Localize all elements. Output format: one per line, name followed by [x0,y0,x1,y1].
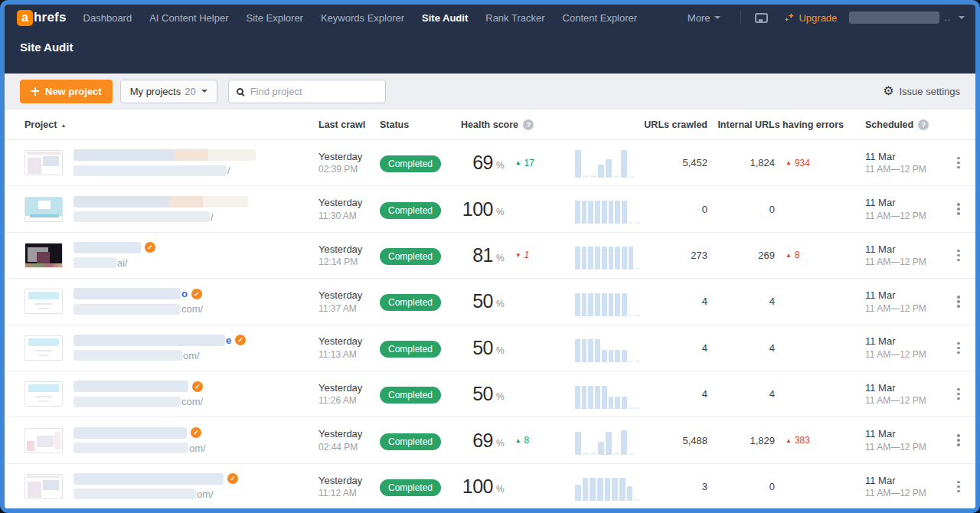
last-crawl-time: 12:14 PM [318,256,372,268]
scheduled-time: 11 AM—12 PM [865,394,943,407]
help-icon[interactable]: ? [918,119,929,130]
project-cell[interactable]: ✓ om/ [74,426,309,455]
row-menu-button[interactable] [943,339,974,358]
nav-item-ai-content-helper[interactable]: AI Content Helper [149,12,228,24]
table-row[interactable]: ✓ com/ Yesterday 11:26 AM Completed 50 %… [5,371,975,417]
row-menu-button[interactable] [943,154,974,172]
health-score-unit: % [496,299,505,309]
last-crawl-time: 02:39 PM [318,163,372,175]
row-menu-button[interactable] [943,247,974,265]
scheduled-date: 11 Mar [865,335,943,348]
project-url-suffix: com/ [181,396,203,407]
errors-value: 4 [707,342,775,354]
nav-item-site-explorer[interactable]: Site Explorer [247,12,303,24]
ahrefs-logo-text: hrefs [34,10,67,25]
scheduled-time: 11 AM—12 PM [865,441,943,453]
last-crawl-cell: Yesterday 11:13 AM [309,335,372,361]
project-cell[interactable]: / [74,195,309,224]
urls-crawled-value: 4 [640,296,707,307]
project-thumbnail[interactable] [24,335,74,361]
project-thumbnail[interactable] [24,243,74,268]
health-history-chart [575,287,640,316]
scheduled-cell: 11 Mar 11 AM—12 PM [844,381,943,407]
status-badge: Completed [380,202,441,219]
project-thumbnail[interactable] [24,289,74,314]
projects-table-body: / Yesterday 02:39 PM Completed 69 % ▲17 … [5,140,975,510]
health-score-value: 69 [461,152,493,174]
column-header-status[interactable]: Status [372,119,449,130]
project-url-suffix: om/ [189,443,206,454]
scheduled-date: 11 Mar [865,150,943,164]
column-header-project[interactable]: Project ▲ [24,119,309,130]
more-menu[interactable]: More [688,12,721,24]
nav-item-keywords-explorer[interactable]: Keywords Explorer [321,12,404,24]
row-menu-button[interactable] [943,478,974,496]
chevron-down-icon [201,90,207,96]
project-url-redacted [74,443,188,453]
project-url-redacted [74,165,227,176]
project-url-suffix: om/ [197,488,214,500]
project-url-redacted [74,350,182,361]
my-projects-dropdown[interactable]: My projects 20 [120,80,217,103]
nav-item-rank-tracker[interactable]: Rank Tracker [485,12,544,24]
top-navbar: a hrefs DashboardAI Content HelperSite E… [5,5,975,31]
gear-icon: ⚙ [883,85,893,97]
table-row[interactable]: ✓ ai/ Yesterday 12:14 PM Completed 81 % … [5,233,975,279]
table-row[interactable]: e ✓ om/ Yesterday 11:13 AM Completed 50 … [5,325,975,371]
table-row[interactable]: o ✓ com/ Yesterday 11:37 AM Completed 50… [5,279,975,325]
nav-item-content-explorer[interactable]: Content Explorer [563,12,638,24]
errors-value: 0 [707,481,775,492]
ahrefs-logo[interactable]: a hrefs [17,10,67,26]
project-cell[interactable]: ✓ com/ [74,380,309,408]
column-header-errors[interactable]: Internal URLs having errors [707,119,844,130]
table-row[interactable]: / Yesterday 02:39 PM Completed 69 % ▲17 … [5,140,975,186]
row-menu-button[interactable] [943,385,974,404]
find-project-input[interactable] [250,86,377,97]
project-cell[interactable]: e ✓ om/ [74,334,309,362]
scheduled-time: 11 AM—12 PM [865,487,943,499]
health-score-value: 69 [461,430,493,452]
row-menu-button[interactable] [943,292,974,311]
column-header-last-crawl[interactable]: Last crawl [309,119,372,130]
account-menu[interactable]: .. [849,11,965,24]
health-history-cell [564,472,640,501]
upgrade-button[interactable]: Upgrade [783,12,837,24]
table-row[interactable]: ✓ om/ Yesterday 11:12 AM Completed 100 %… [5,464,975,510]
project-url-suffix: om/ [183,350,200,361]
health-score-cell: 50 % [449,383,564,405]
project-url-redacted [74,211,210,222]
project-url-redacted [74,304,181,315]
nav-item-site-audit[interactable]: Site Audit [422,12,468,24]
column-header-scheduled[interactable]: Scheduled ? [844,119,943,130]
column-header-urls-crawled[interactable]: URLs crawled [640,119,707,130]
status-cell: Completed [372,295,449,309]
table-row[interactable]: / Yesterday 11:30 AM Completed 100 % 0 0… [5,186,975,232]
website-preview-image [24,150,63,175]
row-menu-button[interactable] [943,200,974,218]
project-thumbnail[interactable] [24,474,74,499]
new-project-button[interactable]: New project [20,80,113,103]
project-thumbnail[interactable] [24,150,74,175]
health-score-value: 50 [461,383,493,405]
health-score-unit: % [496,484,505,495]
project-thumbnail[interactable] [24,381,74,407]
project-thumbnail[interactable] [24,428,74,453]
help-icon[interactable]: ? [523,119,534,130]
project-cell[interactable]: / [74,149,309,177]
table-row[interactable]: ✓ om/ Yesterday 02:44 PM Completed 69 % … [5,417,975,463]
last-crawl-cell: Yesterday 02:39 PM [309,150,372,176]
project-cell[interactable]: o ✓ com/ [74,287,309,315]
row-menu-button[interactable] [943,431,974,449]
website-preview-image [24,474,63,499]
last-crawl-time: 11:12 AM [318,487,372,499]
new-project-label: New project [45,86,102,97]
nav-item-dashboard[interactable]: Dashboard [83,12,132,24]
project-thumbnail[interactable] [24,197,74,222]
project-cell[interactable]: ✓ ai/ [74,241,309,270]
display-icon[interactable] [755,13,768,23]
project-cell[interactable]: ✓ om/ [74,472,309,501]
issue-settings-button[interactable]: ⚙ Issue settings [883,85,960,97]
column-header-health-score[interactable]: Health score ? [449,119,564,130]
urls-crawled-value: 5,452 [640,157,707,168]
upgrade-label: Upgrade [799,12,837,24]
